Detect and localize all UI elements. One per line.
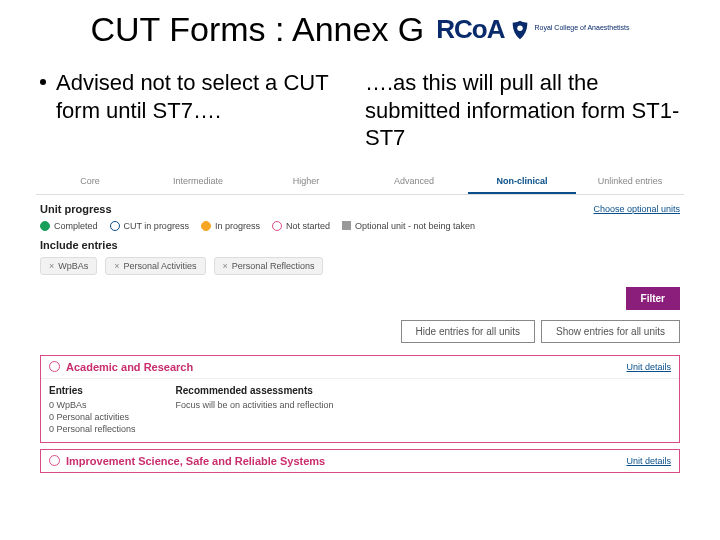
logo-crest-icon	[509, 19, 531, 41]
svg-point-0	[517, 25, 523, 31]
include-entries-label: Include entries	[40, 239, 118, 251]
notstarted-icon	[49, 455, 60, 466]
legend-cut: CUT in progress	[124, 221, 189, 231]
entry-count: 0 Personal reflections	[49, 424, 136, 434]
notstarted-icon	[49, 361, 60, 372]
notstarted-icon	[272, 221, 282, 231]
entry-count: 0 WpBAs	[49, 400, 136, 410]
unit-panel-academic: Academic and Research Unit details Entri…	[40, 355, 680, 443]
recommended-text: Focus will be on activities and reflecti…	[176, 400, 334, 410]
tab-intermediate[interactable]: Intermediate	[144, 170, 252, 194]
optional-icon	[342, 221, 351, 230]
chip-reflections-label: Personal Reflections	[232, 261, 315, 271]
unit-panel-improvement: Improvement Science, Safe and Reliable S…	[40, 449, 680, 473]
chip-remove-icon[interactable]: ×	[114, 261, 119, 271]
panel-title: Improvement Science, Safe and Reliable S…	[66, 455, 325, 467]
chip-personal-reflections[interactable]: ×Personal Reflections	[214, 257, 324, 275]
chip-personal-activities[interactable]: ×Personal Activities	[105, 257, 205, 275]
completed-icon	[40, 221, 50, 231]
tab-non-clinical[interactable]: Non-clinical	[468, 170, 576, 194]
include-chips-row: ×WpBAs ×Personal Activities ×Personal Re…	[36, 255, 684, 283]
embedded-screenshot: Core Intermediate Higher Advanced Non-cl…	[36, 170, 684, 473]
entry-count: 0 Personal activities	[49, 412, 136, 422]
chip-remove-icon[interactable]: ×	[49, 261, 54, 271]
legend: Completed CUT in progress In progress No…	[36, 219, 684, 237]
unit-details-link[interactable]: Unit details	[626, 456, 671, 466]
logo-subtitle: Royal College of Anaesthetists	[535, 24, 630, 31]
recommended-heading: Recommended assessments	[176, 385, 334, 396]
inprogress-icon	[201, 221, 211, 231]
unit-details-link[interactable]: Unit details	[626, 362, 671, 372]
tab-core[interactable]: Core	[36, 170, 144, 194]
cut-icon	[110, 221, 120, 231]
unit-progress-label: Unit progress	[40, 203, 112, 215]
logo-text: RCoA	[436, 14, 504, 45]
legend-completed: Completed	[54, 221, 98, 231]
hide-entries-button[interactable]: Hide entries for all units	[401, 320, 536, 343]
choose-optional-units-link[interactable]: Choose optional units	[593, 204, 680, 214]
legend-inprogress: In progress	[215, 221, 260, 231]
tab-bar: Core Intermediate Higher Advanced Non-cl…	[36, 170, 684, 195]
tab-advanced[interactable]: Advanced	[360, 170, 468, 194]
brand-logo: RCoA Royal College of Anaesthetists	[436, 14, 629, 45]
chip-wpbas-label: WpBAs	[58, 261, 88, 271]
legend-notstarted: Not started	[286, 221, 330, 231]
tab-unlinked[interactable]: Unlinked entries	[576, 170, 684, 194]
show-entries-button[interactable]: Show entries for all units	[541, 320, 680, 343]
bullet-right: ….as this will pull all the submitted in…	[365, 69, 680, 152]
filter-button[interactable]: Filter	[626, 287, 680, 310]
bullet-dot-icon	[40, 79, 46, 85]
chip-wpbas[interactable]: ×WpBAs	[40, 257, 97, 275]
bullet-right-text: ….as this will pull all the submitted in…	[365, 69, 680, 152]
chip-remove-icon[interactable]: ×	[223, 261, 228, 271]
panel-title: Academic and Research	[66, 361, 193, 373]
page-title: CUT Forms : Annex G	[91, 10, 425, 49]
chip-activities-label: Personal Activities	[124, 261, 197, 271]
legend-optional: Optional unit - not being taken	[355, 221, 475, 231]
tab-higher[interactable]: Higher	[252, 170, 360, 194]
bullet-left-text: Advised not to select a CUT form until S…	[56, 69, 355, 124]
bullet-left: Advised not to select a CUT form until S…	[40, 69, 355, 124]
entries-heading: Entries	[49, 385, 136, 396]
